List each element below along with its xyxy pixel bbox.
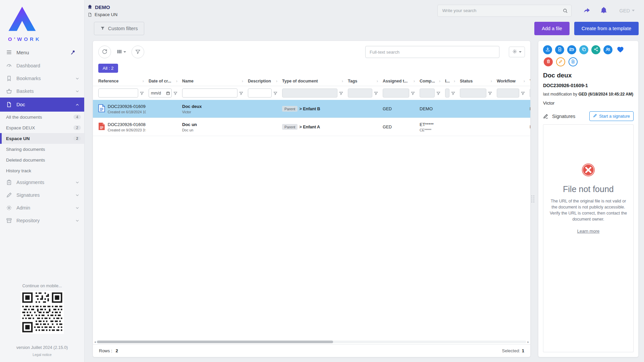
column-header-type[interactable]: Type of document› bbox=[279, 76, 345, 86]
search-icon[interactable] bbox=[562, 8, 568, 13]
learn-more-link[interactable]: Learn more bbox=[577, 229, 599, 234]
sidebar-item-signatures[interactable]: Signatures bbox=[0, 189, 84, 201]
user-menu[interactable]: GED bbox=[620, 8, 635, 13]
funnel-icon[interactable] bbox=[436, 91, 440, 95]
horizontal-scrollbar[interactable]: ◂ ▸ bbox=[93, 340, 530, 344]
sidebar-item-espace-un[interactable]: Espace UN 2 bbox=[0, 133, 84, 144]
sidebar-item-label: Repository bbox=[16, 218, 40, 223]
funnel-icon[interactable] bbox=[411, 91, 415, 95]
filter-assigned-select[interactable] bbox=[383, 88, 409, 98]
signatures-label: Signatures bbox=[552, 114, 575, 119]
filter-tags-select[interactable] bbox=[348, 88, 372, 98]
funnel-icon[interactable] bbox=[374, 91, 378, 95]
share-button[interactable] bbox=[583, 6, 591, 15]
scroll-left-icon[interactable]: ◂ bbox=[94, 341, 96, 344]
scrollbar-track[interactable] bbox=[97, 341, 527, 343]
users-icon bbox=[605, 47, 610, 53]
cell-company-sub: CE***** bbox=[420, 128, 440, 132]
filter-type-select[interactable] bbox=[282, 88, 337, 98]
filter-status-select[interactable] bbox=[460, 88, 486, 98]
global-search-input[interactable] bbox=[442, 8, 562, 13]
app-logo[interactable]: O'WORK bbox=[0, 0, 84, 44]
fulltext-search-input[interactable] bbox=[365, 46, 499, 58]
funnel-icon[interactable] bbox=[239, 91, 243, 95]
filter-y-select[interactable] bbox=[530, 88, 530, 98]
copy-button[interactable] bbox=[579, 45, 588, 54]
funnel-icon[interactable] bbox=[521, 91, 525, 95]
funnel-icon[interactable] bbox=[488, 91, 492, 95]
sidebar-item-assignments[interactable]: Assignments bbox=[0, 176, 84, 189]
notifications-button[interactable] bbox=[600, 6, 607, 15]
folder-open-button[interactable] bbox=[567, 45, 576, 54]
create-from-template-button[interactable]: Create from a template bbox=[574, 22, 639, 35]
column-header-company[interactable]: Comp...› bbox=[417, 76, 442, 86]
chevron-icon: › bbox=[489, 78, 492, 83]
download-button[interactable] bbox=[543, 45, 552, 54]
cell-truncated: I bbox=[527, 107, 530, 111]
favorite-button[interactable] bbox=[616, 46, 625, 54]
column-header-workflow[interactable]: Workflow› bbox=[494, 76, 527, 86]
delete-button[interactable] bbox=[544, 57, 553, 66]
filter-i-select[interactable] bbox=[445, 88, 449, 98]
sidebar-item-admin[interactable]: Admin bbox=[0, 201, 84, 214]
legal-notice-link[interactable]: Legal notice bbox=[0, 353, 84, 357]
sidebar-item-history-track[interactable]: History track bbox=[0, 165, 84, 176]
column-header-i[interactable]: I...› bbox=[442, 76, 457, 86]
filters-button[interactable] bbox=[131, 46, 144, 58]
funnel-icon[interactable] bbox=[339, 91, 343, 95]
column-header-y[interactable]: Y... bbox=[527, 76, 530, 86]
sidebar-item-doc[interactable]: Doc bbox=[0, 98, 84, 112]
sidebar-item-dashboard[interactable]: Dashboard bbox=[0, 59, 84, 72]
funnel-icon[interactable] bbox=[173, 91, 177, 95]
column-header-date[interactable]: Date of cr...› bbox=[146, 76, 179, 86]
scrollbar-thumb[interactable] bbox=[97, 341, 333, 343]
sidebar-item-repository[interactable]: Repository bbox=[0, 214, 84, 227]
share-alt-button[interactable] bbox=[591, 45, 600, 54]
scroll-right-icon[interactable]: ▸ bbox=[527, 341, 529, 344]
column-header-status[interactable]: Status› bbox=[457, 76, 494, 86]
funnel-icon[interactable] bbox=[273, 91, 277, 95]
filter-workflow-select[interactable] bbox=[497, 88, 519, 98]
document-icon bbox=[6, 102, 12, 108]
pin-sidebar-icon[interactable] bbox=[70, 50, 75, 55]
filter-description-input[interactable] bbox=[248, 88, 272, 98]
sidebar-item-baskets[interactable]: Baskets bbox=[0, 85, 84, 98]
start-signature-button[interactable]: Start a signature bbox=[589, 111, 634, 121]
filter-company-select[interactable] bbox=[420, 88, 435, 98]
refresh-button[interactable] bbox=[98, 46, 111, 58]
rows-label: Rows : bbox=[99, 348, 112, 353]
note-button[interactable] bbox=[569, 57, 578, 66]
panel-resize-handle[interactable] bbox=[531, 41, 535, 357]
column-header-name[interactable]: Name› bbox=[179, 76, 245, 86]
sidebar-item-espace-deux[interactable]: Espace DEUX 2 bbox=[0, 122, 84, 133]
column-header-assigned[interactable]: Assigned t...› bbox=[380, 76, 417, 86]
sidebar-item-bookmarks[interactable]: Bookmarks bbox=[0, 72, 84, 85]
filter-name-input[interactable] bbox=[182, 88, 237, 98]
document-preview: File not found The URL of the original f… bbox=[543, 124, 634, 352]
column-header-reference[interactable]: Reference› bbox=[96, 76, 146, 86]
hamburger-menu-icon[interactable] bbox=[6, 49, 12, 55]
custom-filters-button[interactable]: Custom filters bbox=[94, 22, 144, 35]
column-header-description[interactable]: Description› bbox=[245, 76, 279, 86]
columns-button[interactable] bbox=[115, 49, 127, 56]
workspace-home[interactable]: DEMO bbox=[87, 4, 117, 10]
sidebar-item-sharing-documents[interactable]: Sharing documents bbox=[0, 144, 84, 155]
edit-button[interactable] bbox=[556, 57, 565, 66]
tab-all-documents[interactable]: All : 2 bbox=[98, 64, 118, 73]
users-button[interactable] bbox=[603, 45, 612, 54]
table-row[interactable]: DOC230926-01609-1 Created on 6/18/2024 1… bbox=[93, 100, 530, 118]
sidebar-item-label: Signatures bbox=[16, 192, 40, 198]
sidebar-item-all-documents[interactable]: All the documents 4 bbox=[0, 112, 84, 122]
sidebar-item-deleted-documents[interactable]: Deleted documents bbox=[0, 155, 84, 165]
table-row[interactable]: DOC230926-01608-0 Created on 9/26/2023 3… bbox=[93, 118, 530, 136]
funnel-icon[interactable] bbox=[140, 91, 144, 95]
add-file-button[interactable]: Add a file bbox=[534, 22, 569, 35]
filter-reference-input[interactable] bbox=[98, 88, 138, 98]
calendar-icon[interactable] bbox=[166, 91, 170, 95]
column-header-tags[interactable]: Tags› bbox=[345, 76, 380, 86]
filter-date-input[interactable] bbox=[149, 88, 172, 98]
table-settings-button[interactable] bbox=[509, 47, 525, 57]
funnel-icon[interactable] bbox=[451, 91, 455, 95]
signatures-section: Signatures Start a signature bbox=[543, 111, 634, 121]
file-add-button[interactable] bbox=[555, 45, 564, 54]
